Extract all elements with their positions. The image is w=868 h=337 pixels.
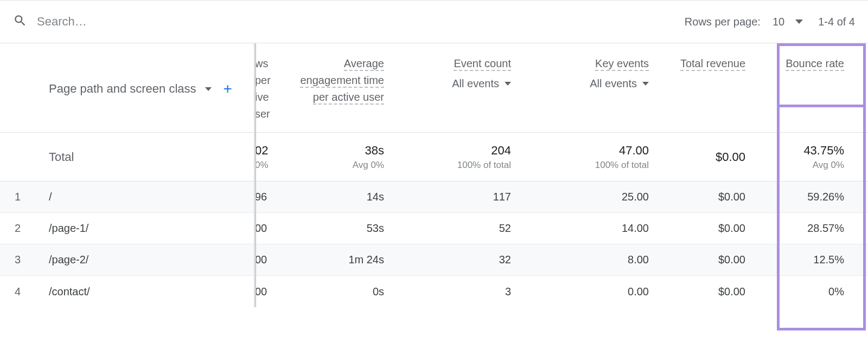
totals-revenue: $0.00 [655, 150, 745, 164]
table-row[interactable]: 4 /contact/ 00 0s 3 0.00 $0.00 0% [0, 276, 868, 307]
pager: Rows per page: 10 1-4 of 4 [685, 16, 855, 28]
column-header-key-events[interactable]: Key events All events [518, 53, 655, 94]
row-key-events: 8.00 [518, 251, 655, 268]
row-events: 52 [391, 220, 518, 237]
row-bounce: 12.5% [752, 251, 851, 268]
row-bounce: 28.57% [752, 220, 851, 237]
rows-per-page-select[interactable]: 10 [773, 16, 803, 28]
table-header-row: Page path and screen class + ws per ive … [0, 43, 868, 133]
column-header-event-count[interactable]: Event count All events [391, 53, 518, 94]
table-row[interactable]: 2 /page-1/ 00 53s 52 14.00 $0.00 28.57% [0, 213, 868, 244]
totals-label: Total [33, 148, 254, 166]
row-path[interactable]: /page-1/ [33, 220, 254, 237]
totals-key-events: 47.00 [518, 144, 649, 158]
row-views-truncated: 00 [254, 283, 284, 300]
row-engagement: 1m 24s [284, 251, 391, 268]
row-index: 2 [0, 220, 33, 237]
chevron-down-icon [795, 20, 803, 24]
row-events: 32 [391, 251, 518, 268]
row-path[interactable]: /contact/ [33, 283, 254, 300]
row-revenue: $0.00 [655, 283, 752, 300]
row-revenue: $0.00 [655, 220, 752, 237]
row-revenue: $0.00 [655, 251, 752, 268]
row-bounce: 59.26% [752, 189, 851, 205]
table-row[interactable]: 3 /page-2/ 00 1m 24s 32 8.00 $0.00 12.5% [0, 244, 868, 276]
pager-range: 1-4 of 4 [818, 16, 855, 28]
frozen-column-divider[interactable] [254, 43, 256, 307]
table-totals-row: Total 02 0% 38s Avg 0% 204 100% of total… [0, 133, 868, 182]
row-engagement: 14s [284, 189, 391, 205]
column-header-bounce-rate[interactable]: Bounce rate [752, 53, 851, 74]
row-views-truncated: 00 [254, 220, 284, 237]
row-views-truncated: 96 [254, 189, 284, 205]
search-input[interactable] [36, 14, 253, 29]
row-path[interactable]: / [33, 189, 254, 205]
row-engagement: 0s [284, 283, 391, 300]
chevron-down-icon [642, 82, 649, 86]
rows-per-page-value: 10 [773, 16, 784, 28]
dimension-picker[interactable]: Page path and screen class [49, 82, 196, 96]
row-key-events: 0.00 [518, 283, 655, 300]
row-events: 117 [391, 189, 518, 205]
add-dimension-button[interactable]: + [220, 81, 235, 96]
key-events-filter[interactable]: All events [590, 75, 649, 92]
row-views-truncated: 00 [254, 251, 284, 268]
row-index: 3 [0, 251, 33, 268]
row-path[interactable]: /page-2/ [33, 251, 254, 268]
table-row[interactable]: 1 / 96 14s 117 25.00 $0.00 59.26% [0, 182, 868, 213]
chevron-down-icon [505, 82, 511, 86]
row-index: 4 [0, 283, 33, 300]
chevron-down-icon [205, 87, 212, 91]
column-header-avg-engagement[interactable]: Average engagement time per active user [284, 53, 391, 108]
totals-views-truncated: 02 [255, 144, 278, 158]
totals-avg-engagement: 38s [284, 144, 384, 158]
column-header-total-revenue[interactable]: Total revenue [655, 53, 752, 74]
event-count-filter[interactable]: All events [452, 75, 511, 92]
row-revenue: $0.00 [655, 189, 752, 205]
row-index: 1 [0, 189, 33, 205]
search-icon [13, 14, 27, 30]
data-table: Page path and screen class + ws per ive … [0, 43, 868, 307]
row-key-events: 25.00 [518, 189, 655, 205]
table-toolbar: Rows per page: 10 1-4 of 4 [0, 0, 868, 43]
row-key-events: 14.00 [518, 220, 655, 237]
totals-event-count: 204 [391, 144, 511, 158]
totals-bounce-rate: 43.75% [752, 144, 844, 158]
column-header-views-truncated[interactable]: ws per ive ser [254, 53, 284, 125]
row-engagement: 53s [284, 220, 391, 237]
rows-per-page-label: Rows per page: [685, 16, 761, 28]
row-events: 3 [391, 283, 518, 300]
row-bounce: 0% [752, 283, 851, 300]
